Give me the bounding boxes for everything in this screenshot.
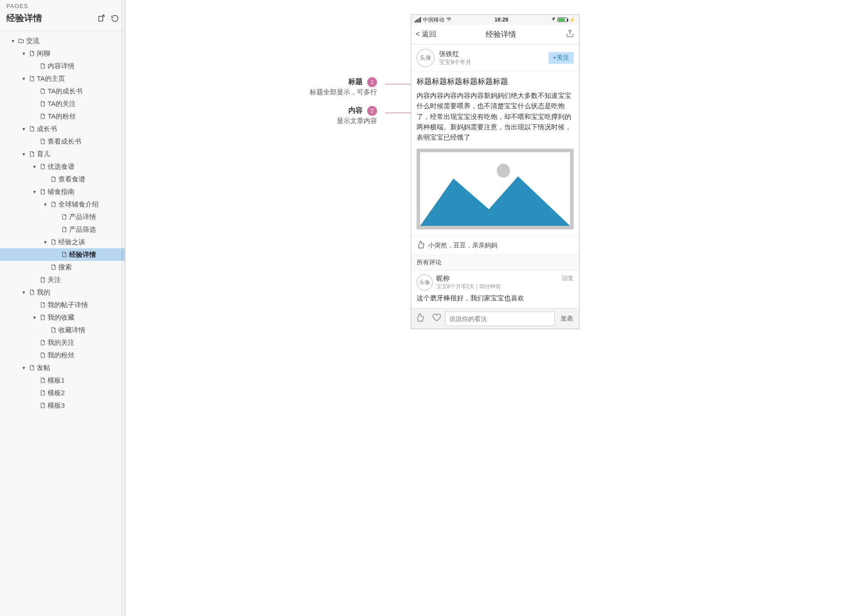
tree-row-23[interactable]: 收藏详情 <box>0 324 125 336</box>
page-icon <box>28 151 36 157</box>
favorite-action-icon[interactable] <box>428 313 445 324</box>
caret-icon[interactable]: ▼ <box>20 76 28 81</box>
page-icon <box>28 50 36 57</box>
tree-label: 成长书 <box>36 125 57 133</box>
likes-row[interactable]: 小突然，豆豆，亲亲妈妈 <box>411 236 579 255</box>
comment-name[interactable]: 昵称 <box>436 274 562 283</box>
tree-row-5[interactable]: TA的关注 <box>0 97 125 110</box>
annotation-2-sub: 显示文章内容 <box>238 117 377 125</box>
page-icon <box>39 189 47 195</box>
page-icon <box>28 75 36 82</box>
page-icon <box>28 365 36 371</box>
page-icon <box>39 138 47 145</box>
author-row: 头像 张铁红 宝宝9个半月 +关注 <box>411 44 579 72</box>
like-action-icon[interactable] <box>411 313 428 324</box>
comment-item: 头像 昵称 宝宝8个月零2天 | 30分钟前 回复 这个磨牙棒很好，我们家宝宝也… <box>411 270 579 308</box>
tree-label: 闲聊 <box>36 49 50 58</box>
caret-icon[interactable]: ▼ <box>41 240 49 245</box>
tree-row-12[interactable]: ▼辅食指南 <box>0 185 125 198</box>
tree-label: TA的成长书 <box>47 87 83 96</box>
caret-icon[interactable]: ▼ <box>20 290 28 295</box>
caret-icon[interactable]: ▼ <box>20 152 28 157</box>
tree-row-28[interactable]: 模板2 <box>0 387 125 399</box>
page-title: 经验详情 <box>6 12 93 24</box>
sidebar: PAGES 经验详情 ▼交流▼闲聊内容详情▼TA的主页TA的成长书TA的关注TA… <box>0 0 126 616</box>
page-icon <box>39 101 47 107</box>
tree-label: 我的 <box>36 288 50 297</box>
tree-label: 优选食谱 <box>47 163 75 171</box>
tree-row-17[interactable]: 经验详情 <box>0 248 125 261</box>
tree-row-16[interactable]: ▼经验之谈 <box>0 236 125 248</box>
annotation-1-line <box>385 84 411 84</box>
tree-row-22[interactable]: ▼我的收藏 <box>0 311 125 324</box>
likes-text: 小突然，豆豆，亲亲妈妈 <box>428 242 497 250</box>
tree-row-4[interactable]: TA的成长书 <box>0 85 125 97</box>
caret-icon[interactable]: ▼ <box>31 164 39 169</box>
tree-row-8[interactable]: 查看成长书 <box>0 135 125 148</box>
tree-row-25[interactable]: 我的粉丝 <box>0 349 125 361</box>
caret-icon[interactable]: ▼ <box>20 51 28 56</box>
article: 标题标题标题标题标题标题 内容内容内容内容内容新妈妈们绝大多数不知道宝宝什么时候… <box>411 72 579 236</box>
tree-label: 收藏详情 <box>57 326 85 334</box>
tree-row-1[interactable]: ▼闲聊 <box>0 47 125 60</box>
author-avatar[interactable]: 头像 <box>417 49 434 67</box>
tree-row-20[interactable]: ▼我的 <box>0 286 125 299</box>
page-icon <box>39 352 47 358</box>
tree-row-26[interactable]: ▼发帖 <box>0 361 125 374</box>
tree-row-11[interactable]: 查看食谱 <box>0 173 125 185</box>
tree-row-19[interactable]: 关注 <box>0 273 125 286</box>
tree-row-14[interactable]: 产品详情 <box>0 211 125 223</box>
page-icon <box>39 402 47 409</box>
follow-button[interactable]: +关注 <box>548 52 574 64</box>
tree-label: 全球辅食介绍 <box>57 200 99 209</box>
annotation-1: 标题 1 标题全部显示，可多行 <box>238 77 377 97</box>
tree-row-29[interactable]: 模板3 <box>0 399 125 412</box>
annotation-2-title: 内容 <box>348 106 363 114</box>
comment-input[interactable] <box>445 312 555 326</box>
tree-row-15[interactable]: 产品筛选 <box>0 223 125 236</box>
reply-button[interactable]: 回复 <box>562 274 574 282</box>
tree-label: 经验之谈 <box>57 238 85 246</box>
post-button[interactable]: 发表 <box>555 315 579 323</box>
comment-avatar[interactable]: 头像 <box>417 274 433 290</box>
article-body: 内容内容内容内容内容新妈妈们绝大多数不知道宝宝什么时候需要喂养，也不清楚宝宝什么… <box>417 90 574 142</box>
page-icon <box>39 88 47 94</box>
export-icon[interactable] <box>96 13 107 24</box>
share-icon[interactable] <box>566 29 575 40</box>
page-icon <box>39 302 47 308</box>
canvas: 标题 1 标题全部显示，可多行 内容 2 显示文章内容 中国移动 18:2 <box>126 0 860 616</box>
tree-label: 模板1 <box>47 376 65 385</box>
tree-row-2[interactable]: 内容详情 <box>0 60 125 72</box>
tree-row-7[interactable]: ▼成长书 <box>0 123 125 135</box>
page-icon <box>49 239 57 245</box>
author-name[interactable]: 张铁红 <box>439 50 548 58</box>
tree-label: 辅食指南 <box>47 188 75 196</box>
wifi-icon <box>446 17 452 22</box>
caret-icon[interactable]: ▼ <box>31 189 39 194</box>
caret-icon[interactable]: ▼ <box>31 315 39 320</box>
tree-row-27[interactable]: 模板1 <box>0 374 125 387</box>
tree-row-6[interactable]: TA的粉丝 <box>0 110 125 123</box>
page-icon <box>60 226 68 233</box>
tree-row-18[interactable]: 搜索 <box>0 261 125 273</box>
annotation-2-badge: 2 <box>367 106 377 116</box>
caret-icon[interactable]: ▼ <box>41 202 49 207</box>
thumbs-up-icon[interactable] <box>417 241 425 250</box>
caret-icon[interactable]: ▼ <box>9 39 17 44</box>
caret-icon[interactable]: ▼ <box>20 127 28 132</box>
back-button[interactable]: < 返回 <box>416 30 436 39</box>
refresh-icon[interactable] <box>110 13 120 24</box>
tree-row-10[interactable]: ▼优选食谱 <box>0 160 125 173</box>
tree-label: 经验详情 <box>68 251 96 259</box>
battery-icon <box>557 18 567 22</box>
caret-icon[interactable]: ▼ <box>20 365 28 370</box>
tree-row-9[interactable]: ▼育儿 <box>0 148 125 160</box>
tree-row-3[interactable]: ▼TA的主页 <box>0 72 125 85</box>
tree-label: 我的帖子详情 <box>47 301 88 309</box>
tree-row-21[interactable]: 我的帖子详情 <box>0 299 125 311</box>
tree-row-13[interactable]: ▼全球辅食介绍 <box>0 198 125 211</box>
page-tree[interactable]: ▼交流▼闲聊内容详情▼TA的主页TA的成长书TA的关注TA的粉丝▼成长书查看成长… <box>0 31 125 616</box>
tree-row-24[interactable]: 我的关注 <box>0 336 125 349</box>
tree-row-0[interactable]: ▼交流 <box>0 35 125 47</box>
article-title: 标题标题标题标题标题标题 <box>417 76 574 87</box>
